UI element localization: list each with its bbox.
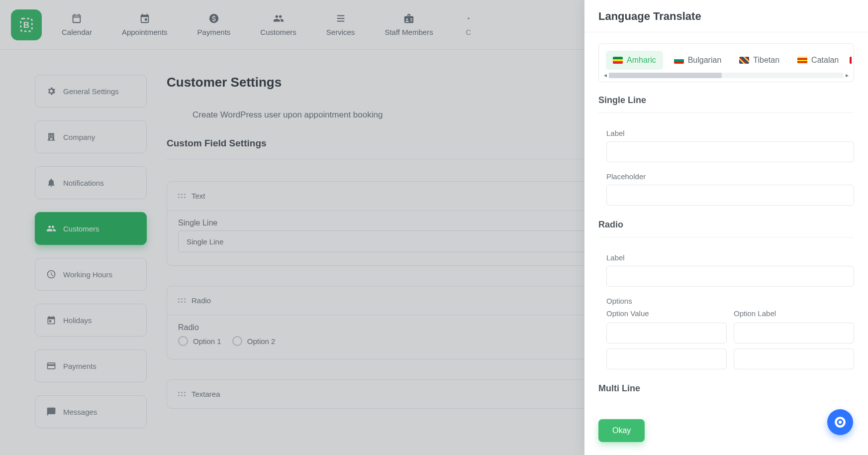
- event-icon: [139, 13, 150, 24]
- flag-catalonia-icon: [797, 57, 807, 64]
- nav-label: Appointments: [122, 28, 168, 36]
- help-fab[interactable]: [827, 409, 853, 435]
- sidebar-label: Holidays: [63, 316, 92, 325]
- chat-icon: [46, 407, 56, 417]
- card-title: Radio: [192, 296, 211, 305]
- logo-icon: B: [18, 16, 35, 33]
- more-icon: [463, 13, 474, 24]
- card-title: Text: [192, 192, 205, 200]
- sidebar-holidays[interactable]: Holidays: [35, 304, 147, 337]
- lang-name: Catalan: [811, 56, 839, 65]
- single-line-placeholder-input[interactable]: [606, 185, 854, 206]
- radio-option-2[interactable]: Option 2: [232, 336, 276, 346]
- nav-appointments[interactable]: Appointments: [122, 13, 168, 36]
- list-icon: [335, 13, 346, 24]
- drag-handle-icon[interactable]: [178, 298, 186, 303]
- language-tabs-container: Amharic Bulgarian Tibetan Catalan: [598, 43, 854, 82]
- lang-tab-amharic[interactable]: Amharic: [606, 51, 663, 70]
- card-title: Textarea: [192, 390, 220, 398]
- sidebar-working-hours[interactable]: Working Hours: [35, 258, 147, 291]
- sidebar-label: Company: [63, 133, 95, 141]
- svg-text:B: B: [23, 20, 29, 29]
- scroll-left-icon[interactable]: ◂: [602, 72, 609, 79]
- option-label-input-2[interactable]: [734, 348, 854, 369]
- nav-label: Payments: [197, 28, 231, 36]
- sidebar-general-settings[interactable]: General Settings: [35, 75, 147, 108]
- scroll-thumb[interactable]: [609, 73, 722, 78]
- sidebar-company[interactable]: Company: [35, 120, 147, 153]
- section-single-line-title: Single Line: [598, 95, 854, 113]
- option-value-header: Option Value: [606, 309, 727, 318]
- okay-button[interactable]: Okay: [598, 419, 645, 442]
- language-tabs: Amharic Bulgarian Tibetan Catalan: [601, 51, 852, 72]
- nav-label: Services: [326, 28, 355, 36]
- section-multi-line-title: Multi Line: [598, 383, 854, 394]
- nav-customers[interactable]: Customers: [260, 13, 296, 36]
- option-value-input-2[interactable]: [606, 348, 727, 369]
- sidebar-label: Payments: [63, 362, 96, 370]
- gear-icon: [46, 86, 56, 96]
- app-logo[interactable]: B: [11, 9, 42, 40]
- sidebar-label: Customers: [63, 225, 99, 233]
- sidebar-payments[interactable]: Payments: [35, 349, 147, 382]
- settings-sidebar: General Settings Company Notifications C…: [35, 75, 147, 455]
- scroll-track[interactable]: [609, 73, 844, 78]
- nav-services[interactable]: Services: [326, 13, 355, 36]
- placeholder-field-label: Placeholder: [606, 172, 854, 181]
- building-icon: [46, 132, 56, 142]
- calendar-icon: [71, 13, 82, 24]
- lang-tab-tibetan[interactable]: Tibetan: [732, 51, 786, 70]
- sidebar-label: General Settings: [63, 87, 119, 96]
- radio-fields: Label Options Option Value Option Label: [598, 243, 854, 378]
- nav-label: Customers: [260, 28, 296, 36]
- lang-tab-more[interactable]: [850, 51, 852, 70]
- lang-name: Tibetan: [753, 56, 779, 65]
- radio-label-input[interactable]: [606, 266, 854, 287]
- sidebar-notifications[interactable]: Notifications: [35, 166, 147, 199]
- people-icon: [46, 224, 56, 233]
- nav-calendar[interactable]: Calendar: [62, 13, 92, 36]
- nav-staff[interactable]: Staff Members: [385, 13, 433, 36]
- radio-option-label: Option 1: [193, 337, 221, 345]
- scroll-right-icon[interactable]: ▸: [844, 72, 851, 79]
- calendar-event-icon: [46, 315, 56, 325]
- drawer-title: Language Translate: [598, 10, 854, 23]
- radio-option-1[interactable]: Option 1: [178, 336, 221, 346]
- options-label: Options: [606, 297, 854, 305]
- lang-tab-bulgarian[interactable]: Bulgarian: [667, 51, 729, 70]
- clock-icon: [46, 269, 56, 279]
- language-scrollbar[interactable]: ◂ ▸: [601, 72, 852, 80]
- options-header: Option Value Option Label: [606, 309, 854, 318]
- nav-more[interactable]: C: [463, 13, 474, 36]
- label-field-label: Label: [606, 129, 854, 137]
- drawer-body: Amharic Bulgarian Tibetan Catalan: [584, 32, 868, 410]
- drawer-header: Language Translate: [584, 0, 868, 32]
- lang-tab-catalan[interactable]: Catalan: [790, 51, 846, 70]
- option-row-1: [606, 323, 854, 343]
- drag-handle-icon[interactable]: [178, 392, 186, 396]
- language-translate-drawer: Language Translate Amharic Bulgarian Tib…: [584, 0, 868, 455]
- lang-name: Amharic: [627, 56, 656, 65]
- people-icon: [273, 13, 284, 24]
- radio-icon: [178, 336, 188, 346]
- radio-label-field-label: Label: [606, 253, 854, 262]
- credit-card-icon: [46, 361, 56, 371]
- sidebar-label: Working Hours: [63, 270, 112, 279]
- nav-payments[interactable]: Payments: [197, 13, 231, 36]
- money-icon: [208, 13, 219, 24]
- sidebar-customers[interactable]: Customers: [35, 212, 147, 245]
- drag-handle-icon[interactable]: [178, 194, 186, 198]
- option-value-input-1[interactable]: [606, 323, 727, 343]
- nav-label: Calendar: [62, 28, 92, 36]
- flag-tibet-icon: [739, 57, 749, 64]
- sidebar-messages[interactable]: Messages: [35, 395, 147, 428]
- nav-label: C: [466, 28, 471, 36]
- single-line-fields: Label Placeholder: [598, 119, 854, 215]
- option-label-header: Option Label: [734, 309, 854, 318]
- sidebar-label: Messages: [63, 408, 97, 416]
- svg-point-2: [468, 17, 470, 19]
- flag-partial-icon: [850, 57, 852, 64]
- radio-option-label: Option 2: [247, 337, 276, 345]
- single-line-label-input[interactable]: [606, 141, 854, 162]
- option-label-input-1[interactable]: [734, 323, 854, 343]
